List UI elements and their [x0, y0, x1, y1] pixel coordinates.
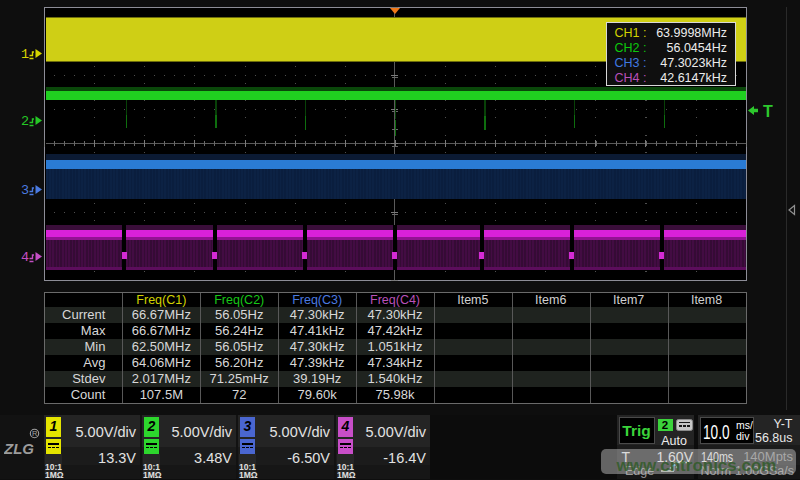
svg-text:T: T: [763, 103, 773, 120]
svg-text:R: R: [32, 429, 38, 438]
svg-text:2: 2: [21, 114, 29, 129]
svg-text:4: 4: [21, 250, 29, 265]
svg-text:1: 1: [21, 47, 29, 62]
svg-text:3: 3: [21, 183, 29, 198]
svg-text:ZLG: ZLG: [4, 440, 34, 457]
